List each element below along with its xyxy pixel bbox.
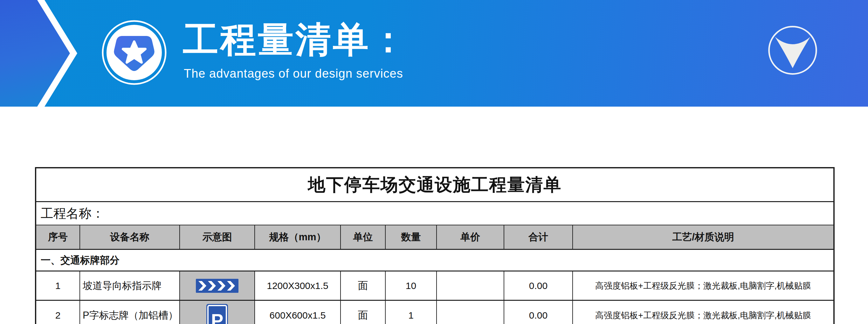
col-header-no: 序号	[36, 225, 80, 249]
banner-chevron-shape	[0, 0, 70, 107]
cell-qty: 10	[385, 271, 436, 300]
cell-unit-price	[436, 301, 504, 324]
project-name-row: 工程名称：	[36, 202, 833, 225]
col-header-spec: 规格（mm）	[254, 225, 340, 249]
svg-text:P: P	[211, 310, 223, 324]
col-header-name: 设备名称	[80, 225, 179, 249]
cell-spec: 600X600x1.5	[254, 301, 340, 324]
cell-name: 坡道导向标指示牌	[80, 271, 179, 300]
cell-unit: 面	[340, 301, 385, 324]
cell-no: 2	[36, 301, 80, 324]
header-banner: 工程量清单： The advantages of our design serv…	[0, 0, 868, 107]
cell-sign: P	[179, 301, 254, 324]
section-row: 一、交通标牌部分	[36, 250, 833, 271]
col-header-total: 合计	[504, 225, 572, 249]
cell-desc: 高强度铝板+工程级反光膜；激光裁板,电脑割字,机械贴膜	[572, 301, 833, 324]
cell-unit-price	[436, 271, 504, 300]
cell-name: P字标志牌（加铝槽）	[80, 301, 179, 324]
col-header-unit: 单位	[340, 225, 385, 249]
table-header-row: 序号 设备名称 示意图 规格（mm） 单位 数量 单价 合计 工艺/材质说明	[36, 225, 833, 250]
col-header-qty: 数量	[385, 225, 436, 249]
cell-desc: 高强度铝板+工程级反光膜；激光裁板,电脑割字,机械贴膜	[572, 271, 833, 300]
star-shield-badge-icon	[101, 20, 167, 85]
col-header-price: 单价	[436, 225, 504, 249]
table-row: 1 坡道导向标指示牌 1200X300x1.5 面 10 0.00 高强度铝板+…	[36, 271, 833, 301]
table-row: 2 P字标志牌（加铝槽） P 600X600x1.5 面 1 0.00 高强度铝…	[36, 301, 833, 324]
col-header-desc: 工艺/材质说明	[572, 225, 833, 249]
scroll-down-button[interactable]	[767, 25, 818, 76]
cell-unit: 面	[340, 271, 385, 300]
cell-total: 0.00	[504, 301, 572, 324]
parking-p-sign-icon: P	[206, 304, 228, 324]
col-header-sign: 示意图	[179, 225, 254, 249]
cell-no: 1	[36, 271, 80, 300]
down-arrow-circle-icon	[767, 72, 818, 77]
cell-spec: 1200X300x1.5	[254, 271, 340, 300]
cell-sign	[179, 271, 254, 300]
boq-table: 地下停车场交通设施工程量清单 工程名称： 序号 设备名称 示意图 规格（mm） …	[35, 167, 835, 324]
table-title: 地下停车场交通设施工程量清单	[36, 168, 833, 202]
banner-subtitle: The advantages of our design services	[184, 67, 403, 81]
banner-title: 工程量清单：	[183, 17, 408, 63]
chevron-right-arrows-sign-icon	[196, 279, 239, 293]
cell-qty: 1	[385, 301, 436, 324]
cell-total: 0.00	[504, 271, 572, 300]
